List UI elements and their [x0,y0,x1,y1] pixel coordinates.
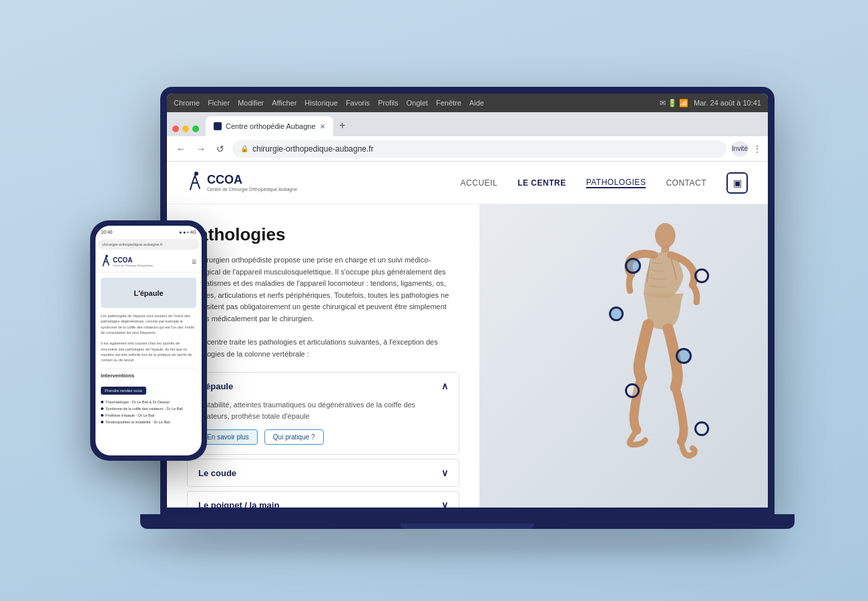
hotspot-left-knee[interactable] [625,383,640,398]
phone-list-item-text: Syndrome de la coiffe des rotateurs - Dr… [105,407,183,411]
accordion-coude-title: Le coude [198,468,236,478]
phone-interventions-title: Interventions [101,368,196,379]
site-nav: ACCUEIL LE CENTRE PATHOLOGIES CONTACT [461,178,706,188]
list-dot-icon [101,407,103,410]
anatomy-figure [580,220,739,493]
accordion-poignet: Le poignet / la main ∨ [187,491,459,508]
address-bar-actions: Invité ⋮ [732,141,761,157]
accordion-epaule-body: Instabilité, atteintes traumatiques ou d… [188,399,459,454]
content-right-panel [479,204,768,508]
chrome-os-bar: Chrome Fichier Modifier Afficher Histori… [167,93,768,112]
phone-url-text: chirurgie-orthopedique-aubagne.fr [102,242,163,246]
content-left-panel: Pathologies Le chirurgien orthopédiste p… [167,204,479,508]
chrome-menu-item[interactable]: Chrome [174,99,200,107]
chrome-menu-item[interactable]: Historique [304,99,338,107]
accordion-coude: Le coude ∨ [187,459,459,487]
accordion-poignet-header[interactable]: Le poignet / la main ∨ [188,491,459,508]
list-dot-icon [101,401,103,403]
chrome-menu[interactable]: Chrome Fichier Modifier Afficher Histori… [174,99,484,107]
svg-rect-2 [662,246,670,252]
chrome-menu-item[interactable]: Fichier [208,99,230,107]
logo-subtitle: Centre de Chirurgie Orthopédique Aubagne [207,187,297,192]
nav-pathologies[interactable]: PATHOLOGIES [586,178,646,188]
device-shadow [107,538,788,554]
site-header: CCOA Centre de Chirurgie Orthopédique Au… [167,162,768,204]
phone-list-item-text: Traumatologie - Dr Le Bail & Dr Dessyn [105,400,170,404]
chrome-menu-item[interactable]: Onglet [407,99,428,107]
back-button[interactable]: ← [174,142,188,156]
browser-tab-bar: Centre orthopédie Aubagne ✕ + [167,112,768,136]
tab-close-button[interactable]: ✕ [320,123,325,130]
profile-label: Invité [732,145,748,152]
phone-list-item-text: Tendinopathies et instabilité - Dr Le Ba… [105,420,170,424]
site-main-content: Pathologies Le chirurgien orthopédiste p… [167,204,768,508]
phone-list-item: Syndrome de la coiffe des rotateurs - Dr… [101,405,196,412]
chevron-down-icon-2: ∨ [441,499,448,508]
en-savoir-plus-button[interactable]: En savoir plus [198,429,258,445]
phone-list-item: Traumatologie - Dr Le Bail & Dr Dessyn [101,399,196,405]
laptop-device: Chrome Fichier Modifier Afficher Histori… [160,87,775,514]
phone-body-text: Les pathologies de l'épaule sont souvent… [101,313,196,363]
logo-text: CCOA [207,173,297,187]
phone-signal: ● ● ▪ 4G [179,230,196,234]
minimize-button[interactable] [182,126,189,132]
phone-content: L'épaule Les pathologies de l'épaule son… [95,272,202,455]
url-input[interactable]: 🔒 chirurgie-orthopedique-aubagne.fr [232,140,726,158]
phone-status-bar: 10:40 ● ● ▪ 4G [95,226,202,238]
maximize-button[interactable] [192,126,199,132]
phone-logo-icon [101,254,110,269]
chrome-menu-item[interactable]: Afficher [272,99,296,107]
browser-tab[interactable]: Centre orthopédie Aubagne ✕ [206,116,333,136]
phone-time: 10:40 [101,230,113,234]
accordion-epaule-buttons: En savoir plus Qui pratique ? [198,429,448,445]
phone-list-item: Tendinopathies et instabilité - Dr Le Ba… [101,419,196,425]
accordion-epaule-header[interactable]: L'épaule ∧ [188,373,459,399]
traffic-lights [172,126,199,136]
laptop-base [140,514,795,529]
phone-url-bar[interactable]: chirurgie-orthopedique-aubagne.fr [98,239,199,250]
site-logo: CCOA Centre de Chirurgie Orthopédique Au… [187,171,297,195]
forward-button[interactable]: → [194,142,208,156]
phone-list: Traumatologie - Dr Le Bail & Dr Dessyn S… [101,399,196,425]
phone-list-item: Prothèse d'épaule - Dr Le Bail [101,412,196,419]
header-icon-button[interactable]: ▣ [726,172,748,194]
chrome-menu-item[interactable]: Modifier [238,99,264,107]
hotspot-shoulder[interactable] [625,258,641,274]
url-text: chirurgie-orthopedique-aubagne.fr [252,144,373,154]
list-dot-icon [101,414,103,417]
phone-device: 10:40 ● ● ▪ 4G chirurgie-orthopedique-au… [90,220,207,461]
more-options-button[interactable]: ⋮ [753,144,761,154]
phone-hamburger-icon[interactable]: ≡ [192,257,196,266]
chrome-status-bar: ✉ 🔋 📶 Mar. 24 août à 10:41 [660,99,761,108]
page-title: Pathologies [187,224,459,245]
phone-site-header: CCOA Centre de Chirurgie Orthopédique ≡ [95,251,202,272]
phone-logo-text: CCOA [113,256,153,264]
chrome-menu-item[interactable]: Favoris [346,99,370,107]
new-tab-button[interactable]: + [333,118,352,136]
nav-accueil[interactable]: ACCUEIL [461,178,498,188]
nav-contact[interactable]: CONTACT [666,178,706,188]
phone-list-item-text: Prothèse d'épaule - Dr Le Bail [105,413,154,417]
accordion-epaule-description: Instabilité, atteintes traumatiques ou d… [198,399,448,421]
phone-appointment-button[interactable]: Prendre rendez-vous [101,387,146,395]
list-dot-icon [101,421,103,423]
phone-hero-title: L'épaule [134,289,163,297]
qui-pratique-button[interactable]: Qui pratique ? [264,429,324,445]
address-bar: ← → ↺ 🔒 chirurgie-orthopedique-aubagne.f… [167,136,768,162]
accordion-poignet-title: Le poignet / la main [198,500,279,508]
chrome-menu-item[interactable]: Aide [469,99,484,107]
chrome-menu-item[interactable]: Profils [378,99,399,107]
close-button[interactable] [172,126,179,132]
chrome-menu-item[interactable]: Fenêtre [436,99,461,107]
reload-button[interactable]: ↺ [214,142,227,156]
chevron-down-icon: ∨ [441,467,448,478]
phone-logo-subtitle: Centre de Chirurgie Orthopédique [113,264,153,267]
nav-le-centre[interactable]: LE CENTRE [517,178,566,188]
accordion-coude-header[interactable]: Le coude ∨ [188,459,459,486]
lock-icon: 🔒 [240,145,248,152]
page-intro-text: Le chirurgien orthopédiste propose une p… [187,254,459,360]
profile-button[interactable]: Invité [732,141,748,157]
chevron-up-icon: ∧ [441,381,448,391]
tab-title: Centre orthopédie Aubagne [226,122,316,130]
hotspot-hip[interactable] [676,348,692,364]
